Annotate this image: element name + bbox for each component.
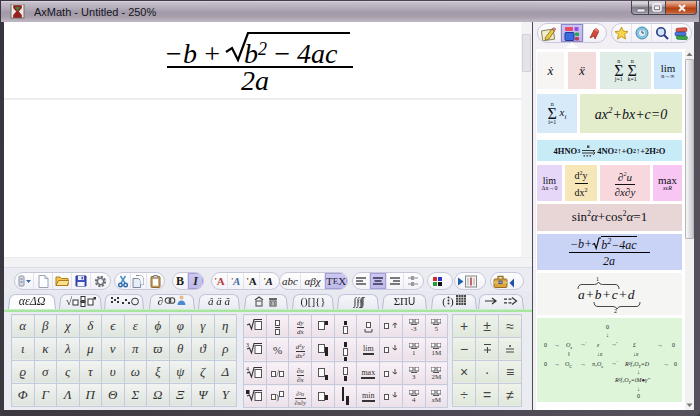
svg-text:3: 3 <box>246 342 249 348</box>
svg-text:√: √ <box>66 296 73 307</box>
svg-text:4: 4 <box>246 366 249 372</box>
